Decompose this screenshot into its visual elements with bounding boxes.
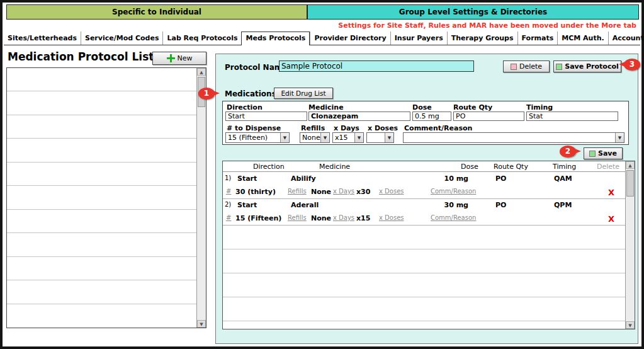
combo-arrow-icon[interactable]: ▼ xyxy=(320,133,329,142)
scroll-down-icon[interactable]: ▼ xyxy=(197,320,206,328)
row-dose: 30 mg xyxy=(443,201,468,209)
protocol-name-input[interactable] xyxy=(279,60,474,72)
new-button-label: New xyxy=(178,54,193,62)
tab-group-level-settings[interactable]: Group Level Settings & Directories xyxy=(307,4,639,20)
row-xdays: x30 xyxy=(356,188,370,196)
delete-square-icon xyxy=(511,64,517,70)
route-qty-input[interactable] xyxy=(453,112,524,121)
scrollbar-thumb[interactable] xyxy=(626,170,634,197)
settings-moved-notice: Settings for Site Staff, Rules and MAR h… xyxy=(338,21,636,30)
scroll-up-icon[interactable]: ▲ xyxy=(197,68,206,76)
row-direction: Start xyxy=(237,201,257,209)
tab-specific-to-individual[interactable]: Specific to Individual xyxy=(6,4,307,20)
xdays-link[interactable]: x Days xyxy=(333,188,354,195)
new-protocol-button[interactable]: New xyxy=(152,52,206,65)
route-qty-label: Route Qty xyxy=(453,103,492,112)
list-item xyxy=(7,68,196,91)
col-header-dose: Dose xyxy=(461,163,478,171)
save-square-icon xyxy=(556,64,562,70)
row-number: 2) xyxy=(225,201,231,208)
comment-reason-select[interactable]: ▼ xyxy=(403,132,624,143)
xdays-link[interactable]: x Days xyxy=(333,214,354,221)
dose-label: Dose xyxy=(412,103,432,112)
callout-3-badge: 3 xyxy=(624,59,640,71)
medicine-input[interactable] xyxy=(308,112,410,121)
medicine-label: Medicine xyxy=(308,103,344,112)
refills-link[interactable]: Refills xyxy=(288,214,307,221)
edit-drug-list-label: Edit Drug List xyxy=(281,89,325,97)
list-item xyxy=(7,257,196,280)
refills-select[interactable]: None ▼ xyxy=(300,132,330,143)
delete-row-button[interactable]: X xyxy=(608,214,614,224)
scroll-up-icon[interactable]: ▲ xyxy=(626,161,635,169)
delete-protocol-button[interactable]: Delete xyxy=(503,60,550,72)
row-medicine: Abilify xyxy=(291,174,316,183)
row-xdays: x15 xyxy=(356,214,370,222)
table-scrollbar[interactable]: ▲ ▼ xyxy=(625,161,635,329)
scroll-down-icon[interactable]: ▼ xyxy=(626,321,635,329)
nav-tab-sites-letterheads[interactable]: Sites/Letterheads xyxy=(4,31,81,45)
timing-label: Timing xyxy=(526,103,553,112)
row-number: 1) xyxy=(225,174,231,181)
direction-input[interactable] xyxy=(225,112,307,121)
direction-label: Direction xyxy=(227,103,263,112)
table-rows-area: 1) Start Abilify 10 mg PO QAM # 30 (thir… xyxy=(223,173,625,329)
app-window: Specific to Individual Group Level Setti… xyxy=(0,0,644,349)
callout-2-badge: 2 xyxy=(560,146,576,157)
comment-reason-link[interactable]: Comm/Reason xyxy=(431,188,476,195)
plus-icon xyxy=(167,54,175,62)
nav-tab-insur-payers[interactable]: Insur Payers xyxy=(390,31,447,45)
protocol-name-label: Protocol Name xyxy=(225,63,287,72)
row-refills: None xyxy=(311,188,331,196)
protocol-list[interactable]: ▲ ▼ xyxy=(6,67,206,328)
comment-reason-link[interactable]: Comm/Reason xyxy=(431,214,476,221)
row-dispense: 30 (thirty) xyxy=(235,188,276,196)
combo-arrow-icon[interactable]: ▼ xyxy=(354,133,363,142)
combo-arrow-icon[interactable]: ▼ xyxy=(280,133,289,142)
dispense-link[interactable]: # xyxy=(226,188,231,195)
col-header-delete: Delete xyxy=(597,163,619,171)
xdoses-link[interactable]: x Doses xyxy=(379,188,404,195)
nav-tab-lab-req-protocols[interactable]: Lab Req Protocols xyxy=(162,31,241,45)
nav-tab-therapy-groups[interactable]: Therapy Groups xyxy=(447,31,517,45)
xdays-select[interactable]: x15 ▼ xyxy=(332,132,364,143)
delete-row-button[interactable]: X xyxy=(608,188,614,197)
nav-tab-service-mod-codes[interactable]: Service/Mod Codes xyxy=(81,31,162,45)
row-timing: QAM xyxy=(554,174,572,183)
col-header-direction: Direction xyxy=(253,163,285,171)
dose-input[interactable] xyxy=(412,112,451,121)
refills-value: None xyxy=(300,133,320,142)
timing-input[interactable] xyxy=(526,112,618,121)
save-protocol-label: Save Protocol xyxy=(565,62,619,71)
row-route-qty: PO xyxy=(495,201,506,209)
nav-tab-meds-protocols[interactable]: Meds Protocols xyxy=(241,31,310,45)
save-medication-button[interactable]: Save xyxy=(584,147,623,159)
medication-entry-form: Direction Medicine Dose Route Qty Timing… xyxy=(222,101,629,145)
nav-tab-formats[interactable]: Formats xyxy=(517,31,558,45)
nav-tab-accounts[interactable]: Accounts xyxy=(608,31,644,45)
xdoses-select[interactable]: ▼ xyxy=(366,132,394,143)
xdoses-label: x Doses xyxy=(368,124,398,132)
row-detail-line: # 30 (thirty) Refills None x Days x30 x … xyxy=(223,186,625,199)
save-protocol-button[interactable]: Save Protocol xyxy=(553,60,621,72)
comment-reason-value xyxy=(404,133,615,142)
row-dose: 10 mg xyxy=(443,174,468,183)
xdays-value: x15 xyxy=(333,133,354,142)
dispense-link[interactable]: # xyxy=(226,214,231,221)
xdoses-link[interactable]: x Doses xyxy=(379,214,404,221)
nav-tab-provider-directory[interactable]: Provider Directory xyxy=(310,31,390,45)
callout-1-badge: 1 xyxy=(198,88,215,100)
xdays-label: x Days xyxy=(334,124,359,132)
protocol-list-scrollbar[interactable]: ▲ ▼ xyxy=(196,68,206,328)
refills-link[interactable]: Refills xyxy=(288,188,307,195)
list-item xyxy=(7,186,196,209)
row-main-line: 2) Start Aderall 30 mg PO QPM xyxy=(223,199,625,212)
dispense-select[interactable]: 15 (Fifteen) ▼ xyxy=(225,132,290,143)
row-detail-line: # 15 (Fifteen) Refills None x Days x15 x… xyxy=(223,212,625,226)
row-main-line: 1) Start Abilify 10 mg PO QAM xyxy=(223,173,625,186)
nav-tab-mcm-auth[interactable]: MCM Auth. xyxy=(557,31,607,45)
combo-arrow-icon[interactable]: ▼ xyxy=(615,133,624,142)
combo-arrow-icon[interactable]: ▼ xyxy=(385,133,393,142)
edit-drug-list-button[interactable]: Edit Drug List xyxy=(274,88,333,99)
row-medicine: Aderall xyxy=(291,201,319,209)
